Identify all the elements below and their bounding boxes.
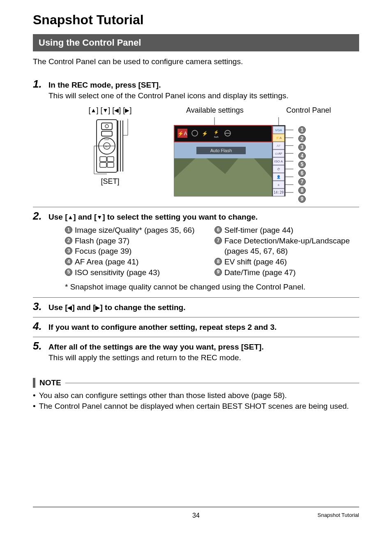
- step-text: This will select one of the Control Pane…: [48, 91, 359, 100]
- list-badge-1: 1: [65, 226, 72, 234]
- step-5: 5. After all of the settings are the way…: [33, 337, 359, 366]
- step-text: This will apply the settings and return …: [48, 353, 359, 362]
- auto-flash-text: Auto Flash: [210, 148, 232, 153]
- list-badge-8: 8: [214, 258, 222, 265]
- svg-rect-12: [107, 157, 114, 162]
- right-icon: ▶: [95, 304, 100, 311]
- list-badge-6: 6: [214, 226, 222, 234]
- svg-rect-27: [174, 125, 272, 142]
- svg-text:SET: SET: [104, 145, 109, 148]
- list-badge-7: 7: [214, 237, 222, 244]
- step-number: 5.: [33, 340, 44, 352]
- step-3: 3. Use [◀] and [▶] to change the setting…: [33, 298, 359, 317]
- direction-keys-label: [▲] [▼] [◀] [▶]: [65, 106, 155, 115]
- section-header: Using the Control Panel: [33, 34, 359, 51]
- svg-text:ISO A: ISO A: [274, 160, 284, 163]
- callout-9: 9: [298, 195, 306, 203]
- camera-screen-illustration: ⚡A ⚡ ⚡ Soft Auto Flash: [172, 116, 295, 199]
- svg-text:Soft: Soft: [214, 136, 219, 138]
- set-label: [SET]: [65, 177, 155, 186]
- down-icon: ▼: [102, 107, 108, 113]
- step-heading: If you want to configure another setting…: [48, 323, 277, 331]
- svg-text:DISP: DISP: [104, 138, 109, 141]
- footnote: * Snapshot image quality cannot be chang…: [65, 282, 359, 292]
- up-icon: ▲: [67, 214, 73, 220]
- note-item: The Control Panel cannot be displayed wh…: [39, 401, 349, 412]
- list-badge-3: 3: [65, 247, 72, 255]
- svg-rect-14: [107, 162, 114, 167]
- svg-text:±: ±: [278, 183, 280, 187]
- note-section: NOTE •You also can configure settings ot…: [33, 378, 359, 411]
- list-item: EV shift (page 46): [224, 257, 287, 267]
- note-label: NOTE: [39, 378, 61, 387]
- step-number: 3.: [33, 300, 44, 313]
- callout-5: 5: [298, 161, 306, 168]
- diagram-controls: [▲] [▼] [◀] [▶]: [65, 106, 155, 186]
- camera-controls-illustration: SET DISP: [88, 117, 133, 175]
- svg-text:▭AF: ▭AF: [275, 152, 282, 155]
- callout-4: 4: [298, 152, 306, 160]
- callout-7: 7: [298, 178, 306, 185]
- list-item: Image size/Quality* (pages 35, 66): [75, 225, 195, 236]
- svg-text:AF: AF: [277, 144, 281, 148]
- svg-text:⚡: ⚡: [214, 130, 219, 135]
- callout-3: 3: [298, 144, 306, 151]
- available-settings-label: Available settings: [172, 106, 258, 115]
- svg-text:⚡A: ⚡A: [178, 130, 187, 137]
- step-4: 4. If you want to configure another sett…: [33, 317, 359, 337]
- intro-text: The Control Panel can be used to configu…: [33, 57, 359, 66]
- control-panel-label: Control Panel: [258, 106, 359, 115]
- list-badge-5: 5: [65, 269, 72, 276]
- step-number: 1.: [33, 78, 44, 90]
- svg-text:VGA: VGA: [275, 128, 283, 132]
- svg-text:⏱: ⏱: [277, 167, 280, 171]
- step-number: 2.: [33, 210, 44, 222]
- list-item: AF Area (page 41): [75, 257, 138, 267]
- page-number: 34: [33, 512, 359, 519]
- asterisk-icon: *: [65, 282, 68, 291]
- list-item: Focus (page 39): [75, 246, 131, 257]
- footer-rule: [33, 507, 359, 507]
- page: Snapshot Tutorial Using the Control Pane…: [0, 0, 392, 526]
- svg-text:⚡: ⚡: [202, 130, 208, 137]
- list-item: Self-timer (page 44): [224, 225, 293, 236]
- bullet-icon: •: [33, 390, 36, 401]
- step-number: 4.: [33, 320, 44, 333]
- left-icon: ◀: [67, 304, 72, 311]
- list-item: ISO sensitivity (page 43): [75, 267, 160, 278]
- svg-text:👤: 👤: [277, 175, 281, 179]
- callout-8: 8: [298, 187, 306, 194]
- note-item: You also can configure settings other th…: [39, 390, 287, 401]
- step-heading: In the REC mode, press [SET].: [48, 81, 161, 89]
- svg-rect-11: [100, 157, 106, 162]
- svg-rect-6: [101, 131, 112, 136]
- step-1: 1. In the REC mode, press [SET]. This wi…: [33, 75, 359, 207]
- down-icon: ▼: [97, 214, 102, 220]
- callout-2: 2: [298, 135, 306, 142]
- page-title: Snapshot Tutorial: [33, 12, 359, 28]
- footer: 34 Snapshot Tutorial: [33, 512, 359, 518]
- svg-text:⚡A: ⚡A: [275, 136, 282, 140]
- svg-point-5: [105, 125, 108, 128]
- callout-6: 6: [298, 169, 306, 177]
- list-badge-2: 2: [65, 237, 72, 244]
- diagram-control-panel: Available settings Control Panel: [172, 106, 359, 200]
- note-accent-bar: [33, 378, 35, 388]
- step-heading: After all of the settings are the way yo…: [48, 343, 264, 351]
- step-2: 2. Use [▲] and [▼] to select the setting…: [33, 207, 359, 298]
- svg-rect-13: [100, 162, 106, 167]
- bullet-icon: •: [33, 401, 36, 412]
- step-heading: Use [◀] and [▶] to change the setting.: [48, 303, 185, 312]
- svg-rect-4: [101, 123, 112, 130]
- right-icon: ▶: [125, 107, 129, 113]
- callout-numbers: 1 2 3 4 5 6 7 8 9: [298, 126, 306, 203]
- step1-diagrams: [▲] [▼] [◀] [▶]: [65, 106, 359, 200]
- list-badge-9: 9: [214, 269, 222, 276]
- callout-1: 1: [298, 126, 306, 134]
- svg-text:14:29: 14:29: [274, 191, 284, 194]
- step-heading: Use [▲] and [▼] to select the setting yo…: [48, 213, 258, 221]
- list-item: Flash (page 37): [75, 236, 129, 246]
- left-icon: ◀: [114, 107, 119, 113]
- list-item: Date/Time (page 47): [224, 267, 296, 278]
- list-badge-4: 4: [65, 258, 72, 265]
